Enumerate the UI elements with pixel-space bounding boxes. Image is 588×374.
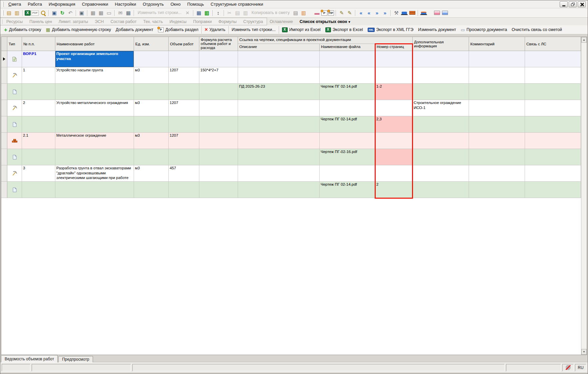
edit-row-icon[interactable]: ✎ (338, 9, 345, 17)
resources-table-icon[interactable]: ▦ (125, 9, 132, 17)
tab-formuly[interactable]: Формулы (216, 19, 240, 25)
cell-info[interactable] (413, 51, 469, 67)
table-row[interactable]: 2.1 Металлическое ограждение м3 1207 (1, 133, 581, 149)
cell-num[interactable] (22, 84, 55, 100)
import-excel-button[interactable]: X Импорт из Excel (279, 26, 323, 34)
excel-icon[interactable]: X (25, 10, 31, 16)
table-row[interactable]: 2 Устройство металлического ограждения м… (1, 100, 581, 116)
close-button[interactable] (578, 1, 586, 7)
cell-volume[interactable] (169, 149, 199, 165)
cell-ls[interactable] (525, 182, 581, 198)
cell-description[interactable] (238, 149, 320, 165)
col-header-description[interactable]: Описание (238, 44, 320, 51)
cell-description[interactable] (238, 133, 320, 149)
cell-file[interactable] (320, 67, 375, 84)
delete-button[interactable]: × Удалить (201, 26, 228, 34)
cell-name[interactable]: Металлическое ограждение (55, 133, 134, 149)
tab-panel-cen[interactable]: Панель цен (27, 19, 56, 25)
send-icon[interactable]: ✉ (117, 9, 124, 17)
cell-comment[interactable] (469, 149, 525, 165)
cell-volume[interactable]: 1207 (169, 67, 199, 84)
table-row[interactable]: Чертеж ПГ 02-14.pdf 2 (1, 182, 581, 198)
cell-file[interactable]: Чертеж ПГ 02-14.pdf (320, 116, 375, 133)
cell-num[interactable] (22, 182, 55, 198)
cell-info[interactable]: Строительное ограждение ИСО-1 (413, 100, 469, 116)
col-header-info[interactable]: Дополнительная информация (413, 37, 469, 51)
cell-pages[interactable] (375, 149, 413, 165)
indent-right-icon[interactable]: » (373, 9, 381, 17)
cell-unit[interactable]: м3 (134, 100, 169, 116)
col-header-num[interactable]: № п.п. (22, 37, 55, 51)
tab-vedomost-obemov-rabot[interactable]: Ведомость объемов работ (1, 355, 58, 362)
calculator-icon[interactable]: ▦ (195, 9, 203, 17)
menu-rabota[interactable]: Работа (24, 1, 45, 7)
cell-file[interactable]: Чертеж ПГ-02-16.pdf (320, 149, 375, 165)
cell-comment[interactable] (469, 133, 525, 149)
cell-file[interactable] (320, 100, 375, 116)
edit-document-button[interactable]: Изменить документ (416, 26, 458, 34)
cell-name[interactable]: Разработка грунта в отвал экскаваторами … (55, 165, 134, 182)
cell-unit[interactable] (134, 84, 169, 100)
cell-ls[interactable] (525, 133, 581, 149)
cell-volume[interactable]: 457 (169, 165, 199, 182)
cell-pages[interactable]: 1-2 (375, 84, 413, 100)
cell-unit[interactable] (134, 149, 169, 165)
cell-pages[interactable] (375, 100, 413, 116)
cell-formula[interactable] (199, 100, 238, 116)
cell-info[interactable] (413, 116, 469, 133)
tab-resursy[interactable]: Ресурсы (4, 19, 27, 25)
table-row[interactable]: ПД 2025-26-23 Чертеж ПГ 02-14.pdf 1-2 (1, 84, 581, 100)
add-row-button[interactable]: + Добавить строку (2, 26, 43, 34)
tab-popravki[interactable]: Поправки (191, 19, 216, 25)
cell-num[interactable]: 2.1 (22, 133, 55, 149)
cell-type[interactable] (7, 51, 22, 67)
col-header-comment[interactable]: Комментарий (469, 37, 525, 51)
cell-volume[interactable]: 1207 (169, 100, 199, 116)
table-row[interactable]: 3 Разработка грунта в отвал экскаваторам… (1, 165, 581, 182)
menu-otdohnut[interactable]: Отдохнуть (139, 1, 167, 7)
cell-description[interactable] (238, 100, 320, 116)
col-header-type[interactable]: Тип (7, 37, 22, 51)
cell-pages[interactable] (375, 67, 413, 84)
add-child-row-button[interactable]: ▦ Добавить подчиненную строку (43, 26, 113, 34)
cell-description[interactable]: ПД 2025-26-23 (238, 84, 320, 100)
cell-num[interactable]: ВОР.Р1 (22, 51, 55, 67)
price-book-icon[interactable]: ▬ (313, 9, 321, 17)
toolbar-grip[interactable] (2, 19, 2, 24)
cell-unit[interactable] (134, 182, 169, 198)
cell-unit[interactable] (134, 116, 169, 133)
tab-struktura[interactable]: Структура (241, 19, 267, 25)
cell-info[interactable] (413, 133, 469, 149)
indent-left-icon[interactable]: « (357, 9, 365, 17)
cell-file[interactable] (320, 165, 375, 182)
tab-esn[interactable]: ЭСН (92, 19, 108, 25)
cell-comment[interactable] (469, 84, 525, 100)
table-row[interactable]: 1 Устройство насыпи грунта м3 1207 150*4… (1, 67, 581, 84)
cell-file[interactable]: Чертеж ПГ 02-14.pdf (320, 182, 375, 198)
col-header-formula[interactable]: Формула расчета объемов работ и расхода … (199, 37, 238, 51)
cell-description[interactable] (238, 182, 320, 198)
cell-volume[interactable] (169, 116, 199, 133)
indent-right2-icon[interactable]: » (381, 9, 389, 17)
toolbar-grip[interactable] (2, 2, 4, 7)
cell-pages[interactable]: 2 (375, 182, 413, 198)
scroll-up-button[interactable]: ▲ (581, 37, 587, 43)
updown-icon[interactable]: ↕ (215, 9, 222, 17)
cell-name[interactable] (55, 116, 134, 133)
paste-special-icon[interactable]: ▣ (78, 9, 85, 17)
cell-comment[interactable] (469, 182, 525, 198)
edit-row-delete-icon[interactable]: ✎ (346, 9, 353, 17)
cell-ls[interactable] (525, 100, 581, 116)
cell-ls[interactable] (525, 67, 581, 84)
add-document-button[interactable]: Добавить документ (113, 26, 156, 34)
book-blue-icon[interactable] (441, 9, 449, 17)
cell-num[interactable] (22, 149, 55, 165)
cell-unit[interactable]: м3 (134, 67, 169, 84)
cell-num[interactable]: 2 (22, 100, 55, 116)
cell-formula[interactable] (199, 165, 238, 182)
refresh-icon[interactable]: ↻ (59, 9, 66, 17)
book-pink-icon[interactable] (433, 9, 441, 17)
cell-pages[interactable]: 2,3 (375, 116, 413, 133)
cell-pages[interactable] (375, 51, 413, 67)
menu-informacia[interactable]: Информация (45, 1, 79, 7)
